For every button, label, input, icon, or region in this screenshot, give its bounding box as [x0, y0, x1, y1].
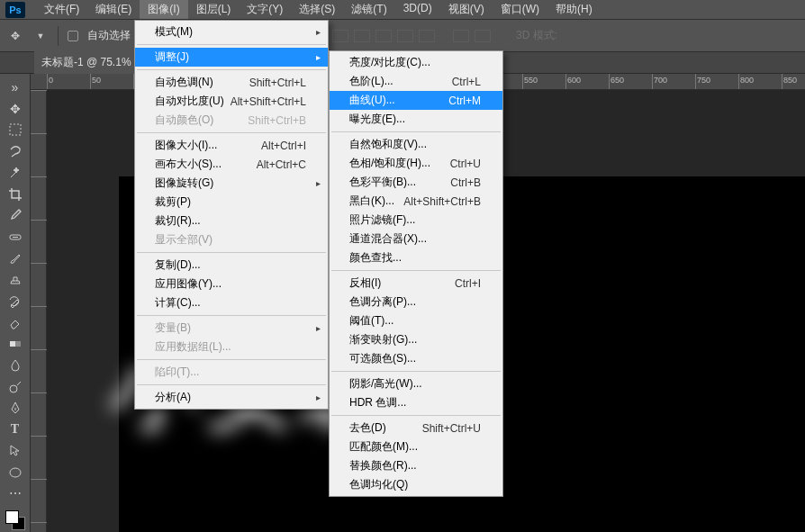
menu-item[interactable]: 去色(D)Shift+Ctrl+U	[330, 419, 502, 437]
menu-item-shortcut: Ctrl+L	[452, 76, 481, 88]
menu-item[interactable]: 色阶(L)...Ctrl+L	[330, 72, 502, 91]
menu-item-label: 阈值(T)...	[349, 313, 393, 329]
path-select-tool-icon[interactable]	[4, 441, 27, 461]
menu-item[interactable]: 自动对比度(U)Alt+Shift+Ctrl+L	[135, 92, 328, 111]
magic-wand-tool-icon[interactable]	[4, 163, 27, 183]
menu-item-label: 自动对比度(U)	[155, 94, 224, 109]
menu-item[interactable]: 色相/饱和度(H)...Ctrl+U	[330, 154, 502, 173]
menubar-item[interactable]: 窗口(W)	[493, 0, 547, 19]
menu-item-label: HDR 色调...	[349, 395, 406, 410]
menu-item[interactable]: 反相(I)Ctrl+I	[330, 274, 502, 293]
menu-item-label: 应用数据组(L)...	[155, 339, 231, 355]
distribute-icon[interactable]	[397, 30, 413, 42]
menu-item[interactable]: 阈值(T)...	[330, 311, 502, 330]
menu-item[interactable]: 通道混合器(X)...	[330, 230, 502, 248]
eyedropper-tool-icon[interactable]	[4, 206, 27, 226]
distribute-icon[interactable]	[375, 30, 392, 42]
menu-item[interactable]: 颜色查找...	[330, 248, 502, 267]
menu-item-label: 变量(B)	[155, 320, 191, 336]
menu-item[interactable]: 自动色调(N)Shift+Ctrl+L	[135, 73, 328, 92]
color-swatches[interactable]	[4, 509, 27, 532]
menu-item[interactable]: 画布大小(S)...Alt+Ctrl+C	[135, 155, 328, 174]
marquee-tool-icon[interactable]	[4, 121, 27, 140]
blur-tool-icon[interactable]	[4, 356, 27, 375]
menu-item-label: 图像旋转(G)	[155, 176, 213, 191]
document-tab[interactable]: 未标题-1 @ 75.1%×	[34, 51, 150, 74]
menubar-item[interactable]: 视图(V)	[440, 0, 493, 19]
menu-item[interactable]: 复制(D)...	[135, 256, 328, 275]
menu-item[interactable]: 色调均化(Q)	[330, 475, 502, 494]
menu-item-label: 自然饱和度(V)...	[349, 137, 427, 152]
chevron-down-icon[interactable]: ▼	[32, 28, 49, 44]
more-tools-icon[interactable]: ⋯	[4, 484, 27, 504]
menu-item[interactable]: 替换颜色(R)...	[330, 456, 502, 475]
clone-stamp-tool-icon[interactable]	[4, 270, 27, 290]
menu-item[interactable]: 匹配颜色(M)...	[330, 437, 502, 456]
menu-item[interactable]: 渐变映射(G)...	[330, 330, 502, 349]
menu-item[interactable]: 可选颜色(S)...	[330, 349, 502, 368]
shape-tool-icon[interactable]	[4, 463, 27, 482]
distribute-icon[interactable]	[354, 30, 370, 42]
menubar-item[interactable]: 编辑(E)	[87, 0, 140, 19]
menu-item[interactable]: 调整(J)	[135, 48, 328, 67]
crop-tool-icon[interactable]	[4, 185, 27, 204]
healing-brush-tool-icon[interactable]	[4, 227, 27, 247]
distribute-icon[interactable]	[475, 30, 491, 42]
menu-item[interactable]: 黑白(K)...Alt+Shift+Ctrl+B	[330, 192, 502, 211]
ruler-vertical	[31, 90, 47, 532]
menu-item[interactable]: 阴影/高光(W)...	[330, 374, 502, 393]
menu-item[interactable]: 曝光度(E)...	[330, 110, 502, 129]
menu-item-label: 曝光度(E)...	[349, 112, 405, 127]
menu-item-shortcut: Shift+Ctrl+U	[422, 422, 481, 435]
svg-point-4	[10, 385, 17, 392]
menu-separator	[331, 415, 501, 416]
menu-item[interactable]: 计算(C)...	[135, 293, 328, 312]
menubar-item[interactable]: 滤镜(T)	[343, 0, 394, 19]
menu-item-label: 裁剪(P)	[155, 194, 191, 210]
menu-item: 应用数据组(L)...	[135, 338, 328, 356]
menubar-item[interactable]: 选择(S)	[291, 0, 343, 19]
handle-icon[interactable]: »	[4, 77, 27, 97]
lasso-tool-icon[interactable]	[4, 141, 27, 161]
menu-item[interactable]: 应用图像(Y)...	[135, 275, 328, 293]
menu-item[interactable]: 色彩平衡(B)...Ctrl+B	[330, 173, 502, 192]
dodge-tool-icon[interactable]	[4, 377, 27, 397]
menu-item[interactable]: 裁切(R)...	[135, 212, 328, 230]
menu-item[interactable]: 照片滤镜(F)...	[330, 211, 502, 230]
history-brush-tool-icon[interactable]	[4, 292, 27, 311]
gradient-tool-icon[interactable]	[4, 334, 27, 354]
menu-item[interactable]: 图像旋转(G)	[135, 174, 328, 193]
distribute-icon[interactable]	[453, 30, 469, 42]
menu-item[interactable]: HDR 色调...	[330, 393, 502, 412]
move-tool-icon: ✥	[7, 28, 23, 44]
type-tool-icon[interactable]: T	[4, 419, 27, 439]
pen-tool-icon[interactable]	[4, 398, 27, 418]
menu-item[interactable]: 色调分离(P)...	[330, 293, 502, 311]
submenu-adjustments: 亮度/对比度(C)...色阶(L)...Ctrl+L曲线(U)...Ctrl+M…	[329, 50, 503, 497]
menu-item[interactable]: 曲线(U)...Ctrl+M	[330, 91, 502, 110]
menu-item[interactable]: 裁剪(P)	[135, 193, 328, 212]
distribute-icon[interactable]	[419, 30, 435, 42]
brush-tool-icon[interactable]	[4, 248, 27, 268]
menubar-item[interactable]: 图层(L)	[188, 0, 240, 19]
menubar-item[interactable]: 图像(I)	[140, 0, 187, 19]
menu-item-shortcut: Ctrl+B	[450, 176, 481, 189]
menu-separator	[137, 44, 326, 45]
menu-item[interactable]: 分析(A)	[135, 388, 328, 407]
menu-item-label: 分析(A)	[155, 390, 191, 405]
menu-item[interactable]: 亮度/对比度(C)...	[330, 53, 502, 72]
menubar-item[interactable]: 文件(F)	[36, 0, 87, 19]
menu-separator	[137, 69, 326, 70]
eraser-tool-icon[interactable]	[4, 312, 27, 332]
auto-select-checkbox[interactable]	[68, 31, 78, 41]
move-tool-icon[interactable]: ✥	[4, 99, 27, 119]
menu-item[interactable]: 图像大小(I)...Alt+Ctrl+I	[135, 136, 328, 155]
menu-item[interactable]: 模式(M)	[135, 23, 328, 41]
dolly-3d-icon	[620, 30, 637, 42]
menubar-item[interactable]: 帮助(H)	[547, 0, 601, 19]
menu-item[interactable]: 自然饱和度(V)...	[330, 135, 502, 154]
foreground-swatch[interactable]	[5, 510, 19, 524]
distribute-icon[interactable]	[332, 30, 348, 42]
menubar-item[interactable]: 3D(D)	[395, 0, 440, 19]
menubar-item[interactable]: 文字(Y)	[239, 0, 291, 19]
